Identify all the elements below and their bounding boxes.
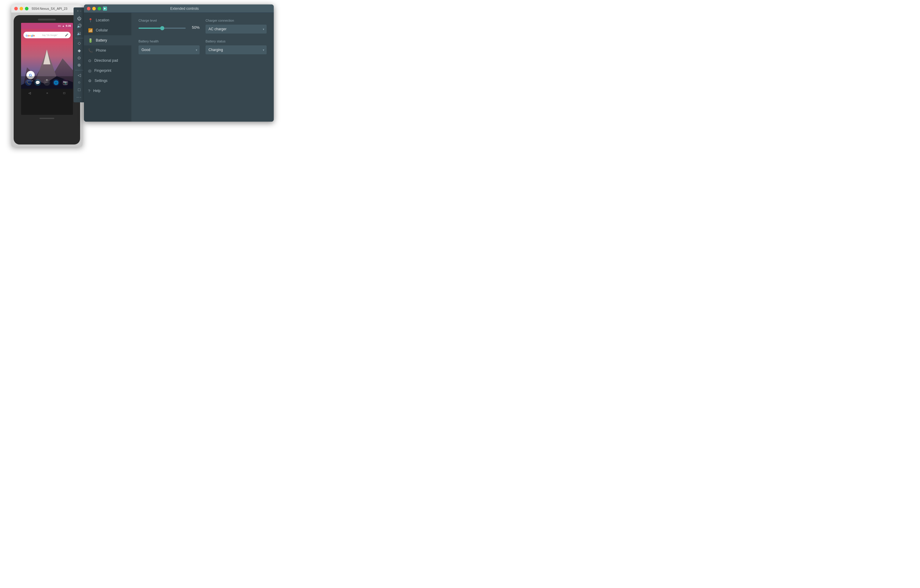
more-dots-icon: ··· xyxy=(76,95,82,99)
phone-dock: 📞 💬 ⋯ 🌐 📷 xyxy=(21,76,73,89)
phone-navbar: ◁ ○ □ xyxy=(21,89,73,97)
sidebar-item-phone[interactable]: 📞 Phone xyxy=(84,45,131,55)
dpad-icon: ⊙ xyxy=(88,58,91,63)
phone-icon: 📞 xyxy=(88,49,93,53)
volume-up-button[interactable]: 🔊 xyxy=(75,23,84,29)
ext-close-button[interactable] xyxy=(87,7,91,10)
toolbar-divider-1 xyxy=(75,38,83,38)
home-nav-button[interactable]: ○ xyxy=(75,79,84,86)
sidebar-label-settings: Settings xyxy=(95,79,107,83)
nav-back-btn[interactable]: ◁ xyxy=(29,91,31,95)
battery-status-dropdown[interactable]: Charging Discharging Full Not charging U… xyxy=(206,45,267,54)
mic-icon: 🎤 xyxy=(65,34,68,37)
charger-connection-dropdown[interactable]: AC charger USB charger None ▾ xyxy=(206,24,267,34)
close-button[interactable] xyxy=(14,7,18,10)
charger-connection-section: Charger connection AC charger USB charge… xyxy=(206,19,267,34)
battery-health-dropdown[interactable]: Good Dead Overheat Unknown Failure ▾ xyxy=(139,45,199,54)
phone-searchbar[interactable]: Google Say "Ok Google" 🎤 xyxy=(23,32,71,38)
emulator-body: 3G ▲ 5:35 xyxy=(14,15,80,144)
help-icon: ? xyxy=(88,89,90,93)
zoom-button[interactable]: ⊕ xyxy=(75,62,84,68)
ext-controls-body: 📍 Location 📶 Cellular 🔋 Battery 📞 Phone … xyxy=(84,13,274,121)
toolbar-panel: × − ⏻ 🔊 🔉 ◇ ◆ ⊙ ⊕ ◁ ○ □ ··· xyxy=(74,7,85,102)
toolbar-minimize-btn[interactable]: − xyxy=(80,10,81,13)
emulator-title: 5554:Nexus_5X_API_23 xyxy=(19,7,79,10)
charge-value-display: 50% xyxy=(189,25,199,30)
sidebar-label-help: Help xyxy=(93,89,100,93)
screenshot-button[interactable]: ⊙ xyxy=(75,55,84,61)
ext-main-content: Charge level 50% Charger connection AC c… xyxy=(131,13,274,121)
sidebar-item-cellular[interactable]: 📶 Cellular xyxy=(84,25,131,35)
camera-app-icon[interactable]: 📷 xyxy=(62,79,68,86)
nav-recents-btn[interactable]: □ xyxy=(63,91,65,95)
location-icon: 📍 xyxy=(88,18,93,23)
sidebar-item-location[interactable]: 📍 Location xyxy=(84,15,131,25)
toolbar-top-controls: × − xyxy=(77,10,81,13)
charger-connection-label: Charger connection xyxy=(206,19,267,22)
rotate-landscape-button[interactable]: ◆ xyxy=(75,47,84,53)
ext-minimize-button[interactable] xyxy=(92,7,96,10)
charge-slider[interactable] xyxy=(139,28,186,29)
sidebar-item-settings[interactable]: ⚙ Settings xyxy=(84,76,131,86)
emulator-titlebar: 5554:Nexus_5X_API_23 xyxy=(11,5,83,13)
extended-controls-window: ▶ Extended controls 📍 Location 📶 Cellula… xyxy=(84,5,274,121)
battery-health-select[interactable]: Good Dead Overheat Unknown Failure xyxy=(139,45,199,54)
phone-wallpaper: Google Say "Ok Google" 🎤 G Google xyxy=(21,29,73,97)
battery-icon: 🔋 xyxy=(88,38,93,43)
battery-health-section: Battery health Good Dead Overheat Unknow… xyxy=(139,39,199,54)
settings-icon: ⚙ xyxy=(88,79,92,83)
ext-sidebar: 📍 Location 📶 Cellular 🔋 Battery 📞 Phone … xyxy=(84,13,131,121)
charge-slider-container xyxy=(139,24,186,30)
cellular-icon: 📶 xyxy=(88,28,93,32)
recents-nav-button[interactable]: □ xyxy=(75,87,84,93)
earth-app-icon[interactable]: 🌐 xyxy=(53,79,59,86)
emulator-window: 5554:Nexus_5X_API_23 3G ▲ 5:35 xyxy=(11,5,83,147)
ext-controls-titlebar: ▶ Extended controls xyxy=(84,5,274,13)
search-hint: Say "Ok Google" xyxy=(37,34,63,36)
phone-bottom-area xyxy=(39,118,54,119)
battery-status-label: Battery status xyxy=(206,39,267,43)
google-logo: Google xyxy=(26,32,35,38)
sidebar-label-cellular: Cellular xyxy=(96,28,108,32)
more-options-button[interactable]: ··· xyxy=(75,94,84,100)
sidebar-label-fingerprint: Fingerprint xyxy=(94,68,111,73)
sidebar-label-phone: Phone xyxy=(96,49,106,52)
top-controls-row: Charge level 50% Charger connection AC c… xyxy=(139,19,267,39)
phone-bottom-speaker xyxy=(39,118,54,119)
messages-app-icon[interactable]: 💬 xyxy=(34,79,41,86)
charge-row: 50% xyxy=(139,24,199,30)
power-button[interactable]: ⏻ xyxy=(75,15,84,22)
toolbar-close-btn[interactable]: × xyxy=(77,10,79,13)
nav-home-btn[interactable]: ○ xyxy=(46,91,48,95)
phone-app-icon[interactable]: 📞 xyxy=(25,79,32,86)
sidebar-label-location: Location xyxy=(96,18,109,22)
sidebar-item-fingerprint[interactable]: ◎ Fingerprint xyxy=(84,66,131,76)
wifi-icon: ▲ xyxy=(62,24,65,27)
phone-speaker xyxy=(38,19,56,21)
charge-level-section: Charge level 50% xyxy=(139,19,199,34)
network-icon: 3G xyxy=(58,24,61,27)
sidebar-item-help[interactable]: ? Help xyxy=(84,86,131,96)
rotate-portrait-button[interactable]: ◇ xyxy=(75,40,84,46)
sidebar-label-dpad: Directional pad xyxy=(94,58,118,63)
battery-health-label: Battery health xyxy=(139,39,199,43)
back-nav-button[interactable]: ◁ xyxy=(75,72,84,78)
sidebar-item-dpad[interactable]: ⊙ Directional pad xyxy=(84,55,131,66)
toolbar-divider-2 xyxy=(75,70,83,70)
charger-connection-select[interactable]: AC charger USB charger None xyxy=(206,24,267,34)
phone-time: 5:35 xyxy=(66,24,71,27)
charge-level-label: Charge level xyxy=(139,19,199,22)
phone-screen[interactable]: 3G ▲ 5:35 xyxy=(21,23,73,115)
volume-down-button[interactable]: 🔉 xyxy=(75,30,84,36)
phone-status-bar: 3G ▲ 5:35 xyxy=(21,23,73,29)
ext-controls-title: Extended controls xyxy=(98,6,271,11)
fingerprint-icon: ◎ xyxy=(88,68,91,73)
sidebar-item-battery[interactable]: 🔋 Battery xyxy=(84,35,131,45)
battery-status-section: Battery status Charging Discharging Full… xyxy=(206,39,267,54)
apps-icon[interactable]: ⋯ xyxy=(44,79,50,86)
battery-status-select[interactable]: Charging Discharging Full Not charging U… xyxy=(206,45,267,54)
sidebar-label-battery: Battery xyxy=(96,38,107,42)
bottom-controls-row: Battery health Good Dead Overheat Unknow… xyxy=(139,39,267,60)
